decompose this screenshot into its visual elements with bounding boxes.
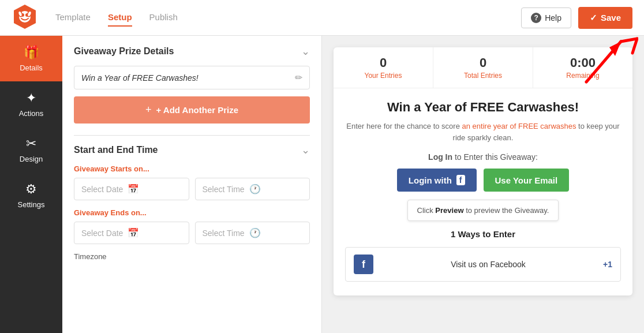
- clock-icon-start: 🕐: [249, 184, 261, 194]
- preview-title: Win a Year of FREE Carwashes!: [345, 100, 621, 115]
- start-end-title: Start and End Time: [74, 145, 158, 155]
- calendar-icon-end: 📅: [128, 227, 139, 238]
- sidebar-item-details[interactable]: 🎁 Details: [0, 36, 62, 81]
- email-login-label: Use Your Email: [495, 175, 558, 185]
- stat-remaining: 0:00 Remaining: [533, 47, 632, 88]
- svg-line-9: [632, 39, 637, 53]
- sidebar-label-design: Design: [20, 155, 43, 163]
- login-with-label: Login with: [409, 175, 452, 185]
- facebook-login-button[interactable]: Login with f: [397, 169, 477, 192]
- settings-icon: ⚙: [25, 182, 37, 197]
- add-prize-label: + Add Another Prize: [156, 105, 238, 115]
- facebook-box-icon: f: [354, 255, 373, 274]
- save-button[interactable]: ✓ Save: [578, 7, 632, 29]
- preview-content: Win a Year of FREE Carwashes! Enter here…: [334, 88, 632, 295]
- help-button[interactable]: ? Help: [521, 8, 571, 28]
- ways-to-enter: 1 Ways to Enter: [345, 229, 621, 239]
- login-buttons: Login with f Use Your Email: [345, 169, 621, 192]
- clock-icon-end: 🕐: [249, 227, 261, 238]
- preview-tooltip: Click Preview to preview the Giveaway.: [407, 200, 559, 221]
- gift-icon: 🎁: [24, 45, 39, 60]
- starts-date-text: Select Date: [81, 185, 123, 194]
- starts-label: Giveaway Starts on...: [74, 164, 310, 173]
- email-login-button[interactable]: Use Your Email: [484, 169, 570, 192]
- start-end-section-header: Start and End Time ⌄: [74, 144, 310, 156]
- starts-date-input[interactable]: Select Date 📅: [74, 178, 189, 200]
- main-layout: 🎁 Details ✦ Actions ✂ Design ⚙ Settings …: [0, 36, 644, 333]
- remaining-label: Remaining: [539, 72, 627, 80]
- sidebar-label-details: Details: [20, 63, 43, 72]
- header-actions: ? Help ✓ Save: [521, 7, 632, 29]
- sidebar-label-actions: Actions: [19, 109, 44, 118]
- actions-icon: ✦: [26, 91, 36, 106]
- facebook-icon: f: [456, 175, 465, 185]
- tab-template[interactable]: Template: [55, 9, 91, 27]
- preview-card: 0 Your Entries 0 Total Entries 0:00 Rema…: [334, 47, 632, 295]
- prize-details-title: Giveaway Prize Details: [74, 46, 174, 57]
- plus-icon: +: [145, 104, 152, 116]
- prize-input-row: Win a Year of FREE Carwashes! ✏: [74, 66, 310, 89]
- header: Template Setup Publish ? Help ✓ Save: [0, 0, 644, 36]
- ends-date-time-row: Select Date 📅 Select Time 🕐: [74, 222, 310, 244]
- edit-icon[interactable]: ✏: [295, 72, 302, 83]
- total-entries-value: 0: [439, 55, 527, 70]
- add-prize-button[interactable]: + + Add Another Prize: [74, 96, 310, 124]
- preview-description: Enter here for the chance to score an en…: [345, 121, 621, 143]
- section-divider: [74, 135, 310, 136]
- help-icon: ?: [531, 13, 541, 23]
- sidebar-item-actions[interactable]: ✦ Actions: [0, 81, 62, 127]
- checkmark-icon: ✓: [590, 13, 597, 23]
- giveaway-ends-section: Giveaway Ends on... Select Date 📅 Select…: [74, 208, 310, 244]
- stats-row: 0 Your Entries 0 Total Entries 0:00 Rema…: [334, 47, 632, 88]
- ends-time-input[interactable]: Select Time 🕐: [195, 222, 310, 244]
- starts-time-text: Select Time: [203, 185, 245, 194]
- starts-time-input[interactable]: Select Time 🕐: [195, 178, 310, 200]
- giveaway-starts-section: Giveaway Starts on... Select Date 📅 Sele…: [74, 164, 310, 200]
- sidebar-item-design[interactable]: ✂ Design: [0, 127, 62, 173]
- left-panel: Giveaway Prize Details ⌄ Win a Year of F…: [62, 36, 322, 333]
- starts-date-time-row: Select Date 📅 Select Time 🕐: [74, 178, 310, 200]
- logo: [12, 3, 38, 32]
- svg-line-8: [621, 39, 637, 42]
- your-entries-value: 0: [339, 55, 427, 70]
- fb-plus-one: +1: [603, 260, 612, 269]
- fb-visit-text: Visit us on Facebook: [380, 260, 596, 269]
- sidebar-item-settings[interactable]: ⚙ Settings: [0, 173, 62, 218]
- remaining-value: 0:00: [539, 55, 627, 70]
- tab-setup[interactable]: Setup: [108, 9, 132, 27]
- save-label: Save: [601, 13, 621, 23]
- timezone-label: Timezone: [74, 252, 310, 261]
- tab-publish[interactable]: Publish: [149, 9, 178, 27]
- your-entries-label: Your Entries: [339, 72, 427, 80]
- fb-visit-row[interactable]: f Visit us on Facebook +1: [345, 247, 621, 282]
- right-panel: 0 Your Entries 0 Total Entries 0:00 Rema…: [322, 36, 644, 333]
- start-end-chevron[interactable]: ⌄: [301, 144, 310, 156]
- calendar-icon-start: 📅: [128, 184, 139, 194]
- help-label: Help: [545, 13, 561, 23]
- prize-text: Win a Year of FREE Carwashes!: [81, 73, 295, 83]
- stat-total-entries: 0 Total Entries: [433, 47, 533, 88]
- stat-your-entries: 0 Your Entries: [334, 47, 433, 88]
- prize-details-chevron[interactable]: ⌄: [301, 45, 310, 58]
- design-icon: ✂: [26, 136, 36, 151]
- login-prompt: Log In to Enter this Giveaway:: [345, 152, 621, 162]
- ends-time-text: Select Time: [203, 229, 245, 238]
- ends-date-text: Select Date: [81, 229, 123, 238]
- desc-highlight: an entire year of FREE carwashes: [462, 122, 576, 130]
- ends-label: Giveaway Ends on...: [74, 208, 310, 217]
- nav-tabs: Template Setup Publish: [55, 9, 521, 27]
- ends-date-input[interactable]: Select Date 📅: [74, 222, 189, 244]
- sidebar: 🎁 Details ✦ Actions ✂ Design ⚙ Settings: [0, 36, 62, 333]
- total-entries-label: Total Entries: [439, 72, 527, 80]
- prize-details-section-header: Giveaway Prize Details ⌄: [74, 45, 310, 58]
- sidebar-label-settings: Settings: [18, 200, 45, 209]
